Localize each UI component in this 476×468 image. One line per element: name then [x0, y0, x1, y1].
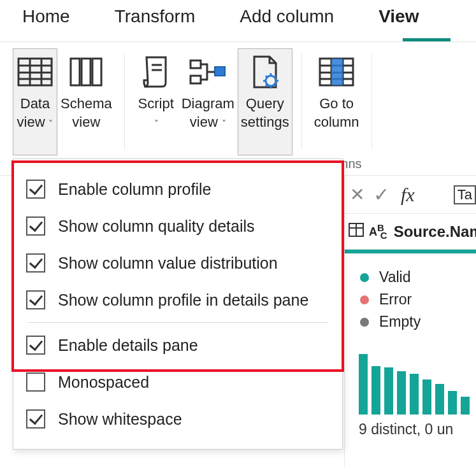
option-show-whitespace[interactable]: Show whitespace	[22, 401, 333, 437]
script-label: Script	[138, 96, 174, 111]
go-to-column-button[interactable]: Go tocolumn	[311, 48, 363, 155]
ribbon-separator	[371, 53, 372, 150]
distribution-bar	[410, 374, 419, 415]
schema-view-button[interactable]: Schemaview	[57, 48, 115, 155]
option-enable-column-profile[interactable]: Enable column profile	[22, 171, 333, 208]
option-show-column-value-distribution[interactable]: Show column value distribution	[22, 245, 333, 281]
distribution-bar	[448, 391, 457, 415]
svg-rect-8	[92, 59, 101, 85]
quality-legend: Valid Error Empty	[345, 253, 476, 341]
option-label: Monospaced	[58, 373, 149, 392]
schema-view-label-1: Schema	[61, 96, 112, 111]
table-grid-icon	[16, 53, 54, 91]
diagram-view-label-1: Diagram	[182, 96, 234, 111]
legend-label: Empty	[379, 313, 421, 330]
legend-label: Valid	[379, 269, 410, 286]
dropdown-separator	[27, 322, 328, 323]
column-name: Source.Nam	[394, 223, 476, 241]
checkbox-icon[interactable]	[26, 336, 45, 355]
diagram-view-button[interactable]: Diagramview ˅	[178, 48, 238, 155]
query-settings-label-1: Query	[246, 96, 284, 111]
checkbox-icon[interactable]	[26, 180, 45, 199]
distribution-bars	[345, 341, 476, 417]
chevron-down-icon: ˅	[47, 118, 54, 129]
document-gear-icon	[246, 53, 284, 91]
table-column-highlight-icon	[317, 53, 356, 91]
svg-rect-12	[191, 76, 201, 83]
columns-icon	[67, 53, 105, 91]
dot-icon	[360, 318, 369, 327]
svg-rect-13	[215, 67, 225, 76]
go-to-column-label-1: Go to	[319, 96, 354, 111]
svg-line-21	[274, 76, 276, 78]
script-icon	[137, 53, 175, 91]
tab-home[interactable]: Home	[22, 6, 70, 41]
distribution-bar	[435, 384, 444, 415]
svg-rect-7	[82, 59, 90, 85]
schema-view-label-2: view	[72, 114, 100, 130]
svg-rect-6	[71, 59, 80, 85]
svg-rect-29	[331, 59, 343, 85]
table-icon	[349, 223, 364, 241]
distribution-bar	[384, 367, 393, 415]
svg-rect-11	[191, 60, 201, 68]
chevron-down-icon: ˅	[154, 118, 159, 129]
go-to-column-label-2: column	[314, 114, 359, 130]
accept-icon[interactable]: ✓	[373, 183, 389, 206]
ribbon: Dataview ˅ Schemaview Script˅ Diagramvie…	[0, 42, 476, 176]
svg-line-22	[266, 84, 268, 86]
query-settings-button[interactable]: Querysettings	[238, 48, 292, 155]
distribution-bar	[422, 379, 431, 415]
tab-transform[interactable]: Transform	[115, 6, 196, 41]
ribbon-separator	[124, 53, 125, 150]
legend-label: Error	[379, 291, 412, 308]
ta-button[interactable]: Ta	[454, 185, 476, 204]
option-enable-details-pane[interactable]: Enable details pane	[22, 327, 333, 364]
text-type-icon: ABC	[369, 222, 387, 241]
data-view-label-2: view	[17, 114, 45, 130]
option-show-column-profile-in-details-pane[interactable]: Show column profile in details pane	[22, 281, 333, 318]
checkbox-icon[interactable]	[26, 216, 45, 236]
checkbox-icon[interactable]	[26, 372, 45, 392]
tab-view[interactable]: View	[379, 6, 419, 41]
script-button[interactable]: Script˅	[134, 48, 178, 155]
legend-empty: Empty	[360, 313, 476, 330]
distribution-bar	[461, 397, 470, 415]
data-view-button[interactable]: Dataview ˅	[13, 48, 57, 155]
fx-icon[interactable]: fx	[401, 184, 415, 206]
data-view-dropdown: Enable column profile Show column qualit…	[13, 159, 343, 450]
chevron-down-icon: ˅	[219, 118, 226, 129]
distribution-bar	[371, 366, 380, 415]
option-label: Show column profile in details pane	[58, 291, 308, 309]
distribution-bar	[359, 354, 368, 415]
option-label: Show column value distribution	[58, 254, 278, 273]
dot-icon	[360, 273, 369, 282]
checkbox-icon[interactable]	[26, 409, 45, 429]
editor-preview: ✕ ✓ fx Ta ABC Source.Nam Valid Error Emp…	[344, 176, 476, 468]
option-monospaced[interactable]: Monospaced	[22, 364, 333, 401]
legend-error: Error	[360, 291, 476, 308]
diagram-icon	[189, 53, 227, 91]
dot-icon	[360, 295, 369, 304]
formula-bar[interactable]: ✕ ✓ fx Ta	[345, 176, 476, 214]
svg-line-19	[266, 76, 268, 78]
column-header[interactable]: ABC Source.Nam	[345, 214, 476, 250]
checkbox-icon[interactable]	[26, 253, 45, 273]
option-label: Enable details pane	[58, 336, 198, 355]
option-label: Enable column profile	[58, 180, 211, 199]
tab-add-column[interactable]: Add column	[240, 6, 334, 41]
distribution-bar	[397, 371, 406, 415]
svg-line-20	[274, 84, 276, 86]
legend-valid: Valid	[360, 269, 476, 286]
option-label: Show column quality details	[58, 217, 255, 236]
option-show-column-quality-details[interactable]: Show column quality details	[22, 208, 333, 245]
distribution-stats: 9 distinct, 0 un	[345, 417, 476, 438]
checkbox-icon[interactable]	[26, 290, 45, 309]
ribbon-separator	[301, 53, 302, 150]
query-settings-label-2: settings	[241, 114, 289, 130]
active-tab-underline	[403, 38, 451, 41]
option-label: Show whitespace	[58, 410, 182, 429]
diagram-view-label-2: view	[190, 114, 218, 130]
data-view-label-1: Data	[20, 96, 50, 111]
cancel-icon[interactable]: ✕	[350, 184, 364, 205]
